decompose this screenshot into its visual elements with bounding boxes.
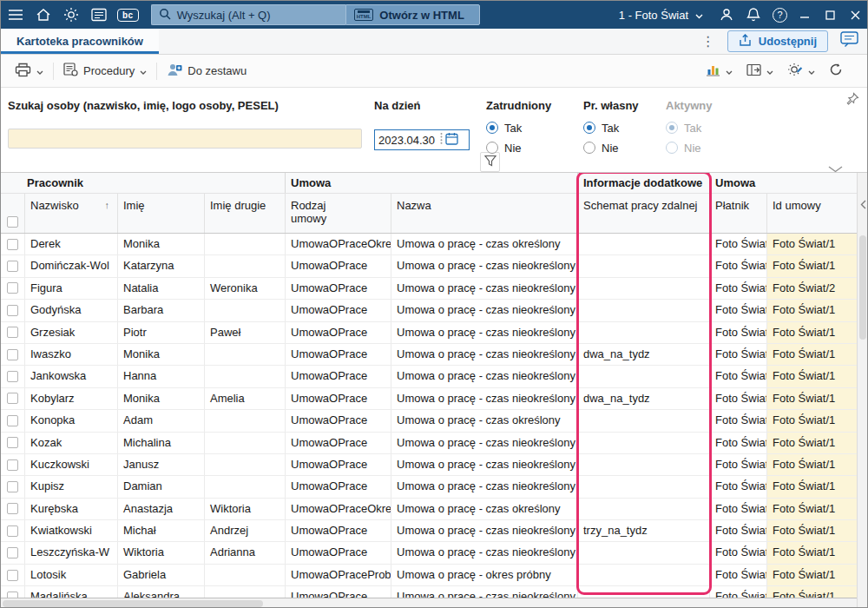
cell-imie: Gabriela (118, 565, 205, 585)
row-checkbox[interactable] (7, 305, 18, 316)
table-row[interactable]: Leszczyńska-WWiktoriaAdriannaUmowaOPrace… (1, 542, 858, 564)
table-row[interactable]: KwiatkowskiMichałAndrzejUmowaOPraceUmowa… (1, 520, 858, 542)
cell-nazwa: Umowa o pracę - czas nieokreślony (391, 278, 578, 299)
group-header-pracownik[interactable]: Pracownik (1, 173, 286, 193)
horizontal-scrollbar-thumb[interactable] (3, 600, 263, 607)
notifications-bell-icon[interactable] (746, 7, 760, 23)
radio-group-label: Zatrudniony (486, 99, 551, 112)
group-header-umowa[interactable]: Umowa (286, 173, 578, 193)
collapse-right-panel-icon[interactable] (858, 197, 867, 211)
procedures-button[interactable]: Procedury (58, 58, 152, 83)
table-row[interactable]: KobylarzMonikaAmeliaUmowaOPraceUmowa o p… (1, 388, 858, 410)
date-input[interactable] (378, 134, 437, 147)
cell-id_umowy: Foto Świat/1 (767, 410, 858, 431)
home-icon[interactable] (36, 8, 51, 22)
horizontal-scrollbar[interactable] (1, 598, 857, 608)
company-selector[interactable]: 1 - Foto Świat (619, 9, 703, 22)
cell-platnik: Foto Świat (710, 476, 767, 497)
add-to-set-button[interactable]: Do zestawu (161, 58, 252, 83)
table-row[interactable]: KupiszDamianUmowaOPraceUmowa o pracę - c… (1, 476, 858, 498)
pin-panel-icon[interactable] (845, 92, 859, 109)
tab-kartoteka-pracownikow[interactable]: Kartoteka pracowników (1, 29, 159, 54)
row-checkbox[interactable] (7, 459, 18, 471)
chat-feedback-icon[interactable] (840, 31, 858, 51)
table-row[interactable]: KonopkaAdamUmowaOPraceUmowa o pracę - cz… (1, 410, 858, 432)
calendar-icon[interactable] (445, 132, 458, 149)
share-button[interactable]: Udostępnij (727, 30, 828, 52)
table-row[interactable]: KurębskaAnastazjaWiktoriaUmowaOPraceOkre… (1, 499, 858, 520)
group-header-informacje-dodatkowe[interactable]: Informacje dodatkowe (578, 173, 710, 193)
row-checkbox[interactable] (7, 371, 18, 382)
chart-view-button[interactable] (700, 59, 738, 83)
col-header-nazwa[interactable]: Nazwa (391, 194, 578, 233)
help-icon[interactable]: ? (773, 8, 787, 23)
toolbar-right (700, 58, 860, 83)
open-in-html-button[interactable]: HTML Otwórz w HTML (345, 4, 480, 25)
radio-zatrudniony-tak[interactable]: Tak (486, 120, 551, 135)
row-checkbox[interactable] (7, 437, 18, 448)
col-header-rodzaj-umowy[interactable]: Rodzaj umowy (286, 194, 391, 233)
cell-platnik: Foto Świat (710, 499, 767, 519)
row-checkbox-cell (1, 255, 25, 276)
col-header-imie[interactable]: Imię (118, 194, 205, 233)
cell-nazwa: Umowa o pracę - czas nieokreślony (391, 476, 578, 497)
close-button[interactable] (851, 10, 860, 20)
hamburger-menu-icon[interactable] (8, 9, 23, 21)
table-row[interactable]: GrzesiakPiotrPawełUmowaOPraceUmowa o pra… (1, 322, 858, 344)
date-spinner-icon[interactable] (440, 132, 443, 149)
row-checkbox[interactable] (7, 547, 18, 558)
radio-zatrudniony-nie[interactable]: Nie (486, 140, 551, 155)
cell-schemat (578, 278, 710, 299)
vertical-scrollbar-thumb[interactable] (859, 235, 866, 340)
row-checkbox[interactable] (7, 349, 18, 360)
row-checkbox[interactable] (7, 525, 18, 537)
customize-grid-button[interactable] (782, 58, 820, 83)
table-row[interactable]: KozakMichalinaUmowaOPraceUmowa o pracę -… (1, 433, 858, 454)
row-checkbox[interactable] (7, 415, 18, 426)
row-checkbox[interactable] (7, 327, 18, 338)
row-checkbox[interactable] (7, 570, 18, 581)
radio-pr-wlasny-tak[interactable]: Tak (583, 120, 639, 135)
modules-icon[interactable] (91, 8, 107, 22)
cell-rodzaj: UmowaOPrace (286, 322, 391, 343)
table-row[interactable]: FiguraNataliaWeronikaUmowaOPraceUmowa o … (1, 278, 858, 300)
table-row[interactable]: IwaszkoMonikaUmowaOPraceUmowa o pracę - … (1, 344, 858, 366)
brightness-settings-icon[interactable] (63, 7, 79, 23)
table-row[interactable]: JankowskaHannaUmowaOPraceUmowa o pracę -… (1, 366, 858, 387)
kebab-menu-icon[interactable]: ⋮ (701, 35, 715, 49)
col-header-schemat-pracy-zdalnej[interactable]: Schemat pracy zdalnej (578, 194, 710, 233)
table-row[interactable]: GodyńskaBarbaraUmowaOPraceUmowa o pracę … (1, 300, 858, 321)
cell-imie: Anastazja (118, 499, 205, 519)
radio-label: Tak (602, 122, 619, 135)
radio-pr-wlasny-nie[interactable]: Nie (583, 140, 639, 155)
row-checkbox[interactable] (7, 503, 18, 514)
table-row[interactable]: DerekMonikaUmowaOPraceOkresUmowa o pracę… (1, 234, 858, 255)
row-checkbox[interactable] (7, 393, 18, 404)
row-checkbox[interactable] (7, 239, 18, 250)
row-checkbox[interactable] (7, 261, 18, 272)
col-header-nazwisko[interactable]: Nazwisko ↑ (25, 194, 118, 233)
refresh-button[interactable] (824, 58, 848, 83)
table-row[interactable]: LotosikGabrielaUmowaOPraceProbUmowa o pr… (1, 565, 858, 586)
minimize-button[interactable] (799, 10, 810, 20)
person-search-input[interactable] (8, 129, 362, 149)
cell-imie_drugie (205, 344, 286, 365)
table-row[interactable]: KuczkowskiJanuszUmowaOPraceUmowa o pracę… (1, 454, 858, 476)
row-checkbox-cell (1, 542, 25, 563)
col-header-imie-drugie[interactable]: Imię drugie (205, 194, 286, 233)
print-button[interactable] (10, 58, 49, 84)
global-search-input[interactable]: Wyszukaj (Alt + Q) (151, 4, 345, 25)
col-header-platnik[interactable]: Płatnik (710, 194, 767, 233)
col-header-id-umowy[interactable]: Id umowy (767, 194, 858, 233)
table-row[interactable]: Domińczak-WolKatarzynaUmowaOPraceUmowa o… (1, 255, 858, 277)
vertical-scrollbar[interactable] (857, 173, 867, 608)
maximize-button[interactable] (825, 10, 835, 20)
bc-app-icon[interactable]: bc (117, 9, 139, 22)
user-icon[interactable] (719, 7, 734, 23)
cell-imie: Barbara (118, 300, 205, 321)
row-checkbox[interactable] (7, 481, 18, 492)
row-checkbox[interactable] (7, 282, 18, 294)
group-header-umowa-2[interactable]: Umowa (710, 173, 858, 193)
layout-view-button[interactable] (741, 59, 779, 83)
select-all-checkbox[interactable] (7, 216, 18, 228)
